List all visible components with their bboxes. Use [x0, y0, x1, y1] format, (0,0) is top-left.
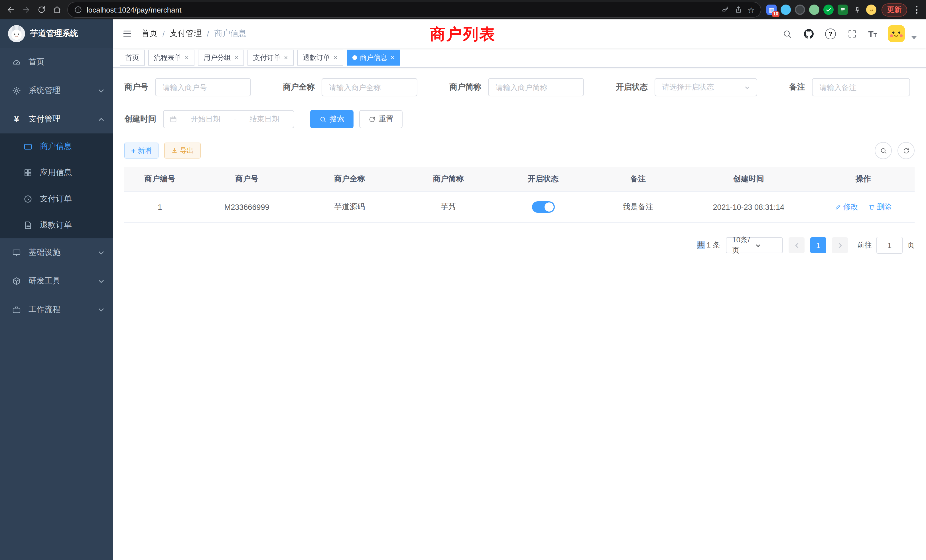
font-size-icon[interactable]: TT: [868, 29, 877, 38]
date-range-picker[interactable]: 开始日期 - 结束日期: [163, 110, 294, 128]
browser-menu-icon[interactable]: [912, 6, 920, 14]
site-info-icon[interactable]: [74, 5, 82, 14]
tab-home[interactable]: 首页: [120, 50, 145, 65]
goto-label: 前往: [857, 240, 872, 250]
close-icon[interactable]: ×: [235, 54, 238, 61]
url-text[interactable]: localhost:1024/pay/merchant: [87, 5, 716, 14]
filter-row-1: 商户号 商户全称 商户简称 开启状态 请选择开启状态: [124, 78, 915, 96]
toggle-search-button[interactable]: [875, 142, 892, 159]
cell-full-name: 芋道源码: [298, 191, 401, 223]
page-annotation: 商户列表: [430, 24, 496, 44]
sidebar-item-infrastructure[interactable]: 基础设施: [0, 238, 113, 267]
breadcrumb-item[interactable]: 支付管理: [170, 29, 202, 39]
sidebar-item-label: 支付订单: [40, 194, 72, 204]
page-size-select[interactable]: 10条/页: [726, 237, 783, 253]
extension-check-icon[interactable]: [823, 5, 834, 15]
extension-pin-icon[interactable]: [852, 5, 862, 15]
short-name-input[interactable]: [488, 78, 584, 96]
status-select[interactable]: 请选择开启状态: [655, 78, 757, 96]
select-placeholder: 请选择开启状态: [662, 82, 744, 92]
forward-icon[interactable]: [21, 5, 31, 15]
extension-drop-icon[interactable]: [781, 5, 791, 15]
search-button[interactable]: 搜索: [310, 110, 354, 128]
sidebar-item-label: 支付管理: [29, 114, 61, 124]
end-date-placeholder[interactable]: 结束日期: [241, 114, 288, 124]
tab-merchant-info[interactable]: 商户信息×: [346, 50, 400, 65]
sidebar-item-label: 研发工具: [29, 276, 61, 286]
pagination-jumper: 前往 页: [857, 237, 915, 254]
github-icon[interactable]: [803, 28, 814, 39]
page-size-value: 10条/页: [732, 235, 755, 256]
reset-button[interactable]: 重置: [359, 110, 402, 128]
back-icon[interactable]: [6, 5, 16, 15]
prev-page-button[interactable]: [788, 237, 805, 253]
tab-label: 支付订单: [253, 53, 280, 62]
page-number-button[interactable]: 1: [810, 237, 826, 253]
close-icon[interactable]: ×: [284, 54, 288, 61]
sidebar-item-pay-order[interactable]: 支付订单: [0, 186, 113, 212]
bookmark-star-icon[interactable]: ☆: [747, 5, 755, 14]
close-icon[interactable]: ×: [334, 54, 337, 61]
edit-button[interactable]: 修改: [835, 202, 858, 212]
tab-refund-order[interactable]: 退款订单×: [297, 50, 343, 65]
help-icon[interactable]: ?: [825, 28, 836, 39]
avatar-extension-icon[interactable]: [866, 5, 876, 15]
start-date-placeholder[interactable]: 开始日期: [182, 114, 229, 124]
sidebar-item-refund-order[interactable]: 退款订单: [0, 212, 113, 238]
sidebar-item-label: 工作流程: [29, 304, 61, 315]
share-icon[interactable]: [734, 5, 743, 14]
hamburger-icon[interactable]: [113, 20, 141, 48]
sidebar-item-home[interactable]: 首页: [0, 48, 113, 76]
add-button[interactable]: + 新增: [124, 142, 158, 159]
chevron-down-icon: [755, 242, 778, 249]
sidebar-item-label: 系统管理: [29, 86, 61, 96]
close-icon[interactable]: ×: [185, 54, 189, 61]
fullscreen-icon[interactable]: [846, 28, 857, 39]
sidebar-item-dev-tools[interactable]: 研发工具: [0, 267, 113, 295]
sidebar-item-workflow[interactable]: 工作流程: [0, 295, 113, 324]
tab-process-form[interactable]: 流程表单×: [148, 50, 194, 65]
tab-user-group[interactable]: 用户分组×: [198, 50, 244, 65]
selected-text: 共: [697, 241, 705, 249]
sidebar-item-app-info[interactable]: 应用信息: [0, 160, 113, 186]
home-icon[interactable]: [52, 5, 62, 15]
next-page-button[interactable]: [832, 237, 848, 253]
close-icon[interactable]: ×: [390, 54, 395, 61]
filter-short-name: 商户简称: [449, 78, 584, 96]
column-header: 商户简称: [401, 167, 496, 191]
sidebar-item-merchant-info[interactable]: 商户信息: [0, 133, 113, 160]
extension-grid-icon[interactable]: ▦10: [766, 5, 776, 15]
sidebar-item-system[interactable]: 系统管理: [0, 76, 113, 105]
goto-page-input[interactable]: [876, 237, 903, 254]
url-bar[interactable]: localhost:1024/pay/merchant ☆: [67, 2, 761, 18]
refresh-button[interactable]: [897, 142, 915, 159]
search-icon[interactable]: [781, 28, 792, 39]
delete-button[interactable]: 删除: [869, 202, 892, 212]
remark-input[interactable]: [812, 78, 910, 96]
caret-down-icon[interactable]: [911, 36, 917, 39]
breadcrumb: 首页 / 支付管理 / 商户信息: [141, 29, 246, 39]
password-key-icon[interactable]: [721, 5, 729, 14]
export-button[interactable]: 导出: [164, 142, 200, 159]
field-label: 开启状态: [616, 82, 648, 92]
top-navbar: 首页 / 支付管理 / 商户信息 商户列表 ? TT: [113, 20, 926, 48]
merchant-no-input[interactable]: [155, 78, 251, 96]
extension-green-icon[interactable]: [809, 5, 819, 15]
tab-label: 用户分组: [204, 53, 231, 62]
breadcrumb-separator: /: [162, 29, 165, 38]
full-name-input[interactable]: [322, 78, 418, 96]
field-label: 备注: [789, 82, 805, 92]
user-avatar[interactable]: [888, 25, 905, 42]
reload-icon[interactable]: [36, 5, 47, 15]
tab-pay-order[interactable]: 支付订单×: [247, 50, 294, 65]
app-logo[interactable]: 芋道管理系统: [0, 20, 113, 48]
app-title: 芋道管理系统: [30, 29, 78, 39]
extension-doc-icon[interactable]: [838, 5, 848, 15]
extension-globe-icon[interactable]: [795, 5, 805, 15]
cell-status: [496, 191, 591, 223]
sidebar-item-payment[interactable]: ¥ 支付管理: [0, 105, 113, 133]
table-toolbar: + 新增 导出: [124, 142, 915, 159]
status-toggle[interactable]: [532, 201, 555, 213]
breadcrumb-item[interactable]: 首页: [141, 29, 157, 39]
browser-update-button[interactable]: 更新: [882, 3, 907, 16]
